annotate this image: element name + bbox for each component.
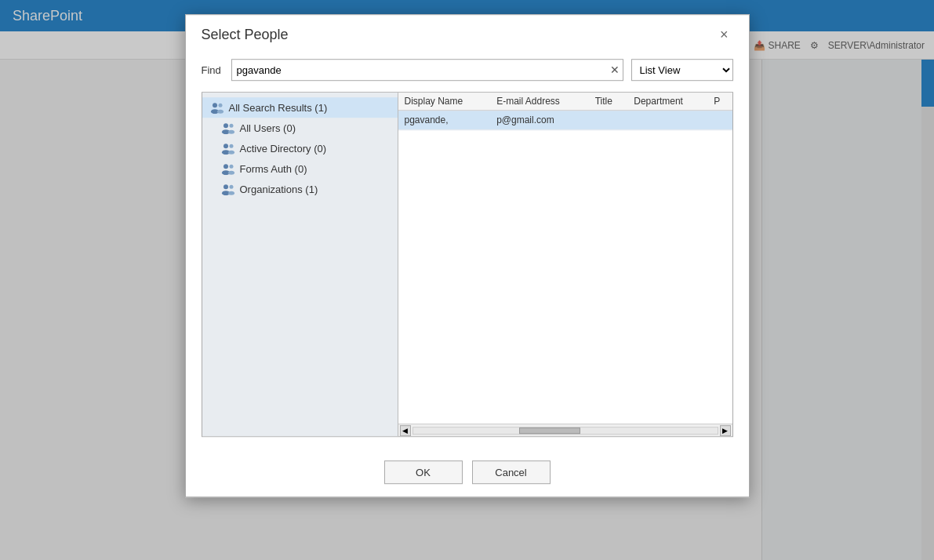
cancel-button[interactable]: Cancel (472, 460, 551, 484)
group-icon-forms (221, 162, 235, 175)
group-icon-users (221, 122, 235, 134)
svg-point-18 (229, 185, 233, 189)
dialog-footer: OK Cancel (186, 449, 749, 496)
svg-point-8 (224, 144, 228, 148)
tree-item-all-search-results[interactable]: All Search Results (1) (202, 97, 398, 118)
results-scroll-area[interactable]: Display Name E-mail Address Title Depart… (398, 93, 732, 424)
svg-point-15 (228, 171, 234, 175)
svg-point-0 (213, 103, 217, 107)
select-people-dialog: Select People × Find ✕ List View Detail … (185, 14, 750, 497)
svg-point-12 (224, 164, 228, 169)
view-select[interactable]: List View Detail View (631, 59, 733, 81)
col-display-name: Display Name (398, 93, 491, 111)
result-display-name-0: pgavande, (398, 111, 491, 130)
hscroll-right-arrow[interactable]: ▶ (720, 425, 731, 436)
hscroll-track[interactable] (412, 427, 718, 435)
tree-item-active-directory[interactable]: Active Directory (0) (202, 138, 398, 158)
svg-point-16 (224, 184, 228, 189)
svg-point-7 (228, 130, 234, 134)
hscroll-left-arrow[interactable]: ◀ (400, 425, 411, 436)
results-header-row: Display Name E-mail Address Title Depart… (398, 93, 732, 111)
tree-label-active-directory: Active Directory (0) (240, 143, 327, 155)
tree-item-forms-auth[interactable]: Forms Auth (0) (202, 158, 398, 179)
find-row: Find ✕ List View Detail View (202, 59, 733, 81)
svg-point-4 (224, 123, 228, 128)
dialog-close-button[interactable]: × (715, 26, 733, 43)
svg-point-14 (229, 165, 233, 169)
tree-item-organizations[interactable]: Organizations (1) (202, 179, 398, 199)
result-dept-0 (627, 111, 707, 130)
find-label: Find (202, 64, 224, 76)
find-input-wrap: ✕ (231, 59, 623, 81)
find-input[interactable] (231, 59, 623, 81)
tree-label-forms-auth: Forms Auth (0) (240, 163, 307, 175)
group-icon-org (221, 183, 235, 195)
col-department: Department (627, 93, 707, 111)
col-title: Title (589, 93, 628, 111)
dialog-title: Select People (202, 27, 289, 43)
dialog-header: Select People × (186, 15, 749, 51)
find-clear-button[interactable]: ✕ (610, 64, 620, 75)
svg-point-3 (217, 110, 224, 114)
search-area: All Search Results (1) All Users (0) (202, 92, 733, 437)
col-email: E-mail Address (490, 93, 588, 111)
hscroll-bar: ◀ ▶ (398, 424, 732, 436)
svg-point-10 (229, 144, 233, 148)
svg-point-2 (218, 104, 222, 107)
search-results: Display Name E-mail Address Title Depart… (398, 93, 732, 436)
result-email-0: p@gmail.com (490, 111, 588, 130)
svg-point-6 (229, 124, 233, 128)
tree-label-organizations: Organizations (1) (240, 184, 318, 195)
dialog-body: Find ✕ List View Detail View (186, 51, 749, 449)
tree-label-all-users: All Users (0) (240, 122, 296, 134)
tree-label-all-search-results: All Search Results (1) (229, 102, 328, 114)
hscroll-thumb (519, 427, 580, 434)
svg-point-19 (228, 191, 234, 195)
group-icon-ad (221, 142, 235, 155)
result-row-0[interactable]: pgavande, p@gmail.com (398, 111, 732, 130)
svg-point-11 (228, 151, 234, 155)
result-title-0 (589, 111, 628, 130)
group-icon-all (210, 101, 224, 114)
result-p-0 (707, 111, 732, 130)
results-table: Display Name E-mail Address Title Depart… (398, 93, 732, 130)
tree-item-all-users[interactable]: All Users (0) (202, 118, 398, 138)
search-tree: All Search Results (1) All Users (0) (202, 93, 398, 436)
col-p: P (707, 93, 732, 111)
ok-button[interactable]: OK (384, 460, 463, 484)
